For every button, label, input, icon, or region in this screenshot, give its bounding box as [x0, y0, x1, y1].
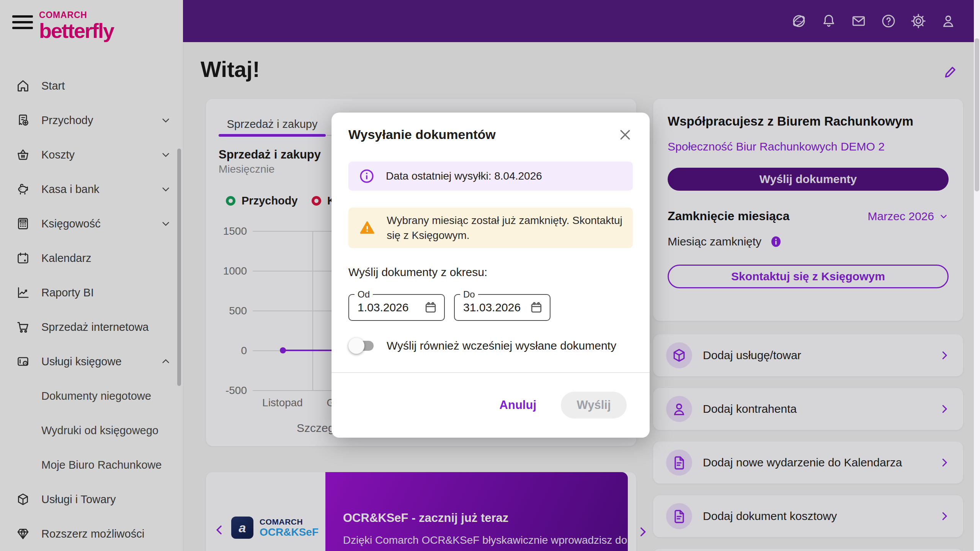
- warning-banner-text: Wybrany miesiąc został już zamknięty. Sk…: [387, 213, 623, 243]
- betterfly-app: COMARCH betterfly Start: [0, 0, 980, 551]
- date-to-label: Do: [460, 289, 478, 300]
- info-banner: Data ostatniej wysyłki: 8.04.2026: [348, 162, 633, 191]
- calendar-icon[interactable]: [529, 300, 544, 315]
- date-to-field[interactable]: Do 31.03.2026: [454, 294, 550, 321]
- close-icon[interactable]: [617, 127, 633, 142]
- warning-banner: Wybrany miesiąc został już zamknięty. Sk…: [348, 208, 633, 248]
- send-documents-modal: Wysyłanie dokumentów Data ostatniej wysy…: [332, 113, 650, 438]
- period-label: Wyślij dokumenty z okresu:: [348, 266, 633, 279]
- date-from-field[interactable]: Od 1.03.2026: [348, 294, 445, 321]
- date-from-value: 1.03.2026: [358, 301, 408, 314]
- info-banner-text: Data ostatniej wysyłki: 8.04.2026: [386, 170, 542, 182]
- page-scrollbar-thumb[interactable]: [975, 38, 979, 191]
- modal-title: Wysyłanie dokumentów: [348, 127, 496, 142]
- date-from-label: Od: [354, 289, 373, 300]
- resend-toggle-label: Wyślij również wcześniej wysłane dokumen…: [387, 339, 616, 352]
- resend-toggle[interactable]: [350, 341, 374, 351]
- toggle-knob[interactable]: [348, 338, 364, 354]
- warning-icon: [358, 219, 376, 237]
- page-scrollbar[interactable]: [974, 0, 980, 551]
- info-icon: [358, 168, 375, 185]
- cancel-button[interactable]: Anuluj: [500, 398, 536, 412]
- send-button-disabled[interactable]: Wyślij: [561, 392, 627, 419]
- date-to-value: 31.03.2026: [463, 301, 521, 314]
- calendar-icon[interactable]: [423, 300, 438, 315]
